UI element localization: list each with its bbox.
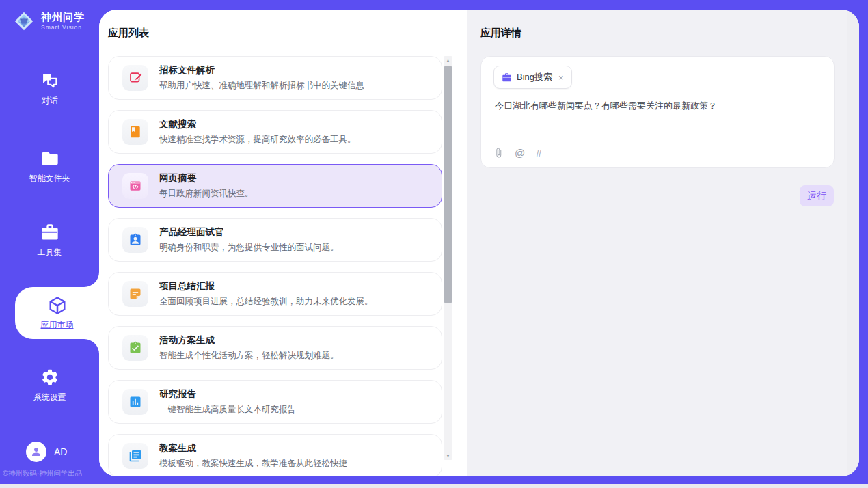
app-card-pm-interviewer[interactable]: 产品经理面试官 明确身份和职责，为您提供专业性的面试问题。 [108, 218, 442, 262]
prompt-toolbar: @ # [493, 147, 542, 159]
mention-icon[interactable]: @ [515, 147, 525, 159]
edit-square-icon [122, 65, 148, 91]
prompt-card: Bing搜索 × 今日湖北有哪些新闻要点？有哪些需要关注的最新政策？ @ # [480, 56, 835, 168]
scroll-down-icon[interactable]: ▼ [444, 453, 452, 458]
sidebar-selected-tab: 应用市场 [15, 287, 99, 339]
scrollbar-thumb[interactable] [444, 66, 452, 303]
app-detail-title: 应用详情 [480, 27, 521, 40]
sidebar-item-label: 工具集 [38, 247, 62, 258]
sidebar-item-settings[interactable]: 系统设置 [0, 368, 99, 403]
app-desc: 帮助用户快速、准确地理解和解析招标书中的关键信息 [159, 80, 364, 92]
chat-icon [40, 71, 59, 90]
sidebar-item-label: 系统设置 [33, 392, 66, 403]
user-account[interactable]: AD [26, 442, 67, 462]
user-name: AD [54, 446, 67, 457]
tool-chip-bing-search[interactable]: Bing搜索 × [493, 66, 572, 89]
paperclip-icon[interactable] [493, 147, 504, 159]
detail-scrollbar-track[interactable] [847, 10, 859, 476]
chart-report-icon [122, 389, 148, 415]
app-card-event-plan[interactable]: 活动方案生成 智能生成个性化活动方案，轻松解决规划难题。 [108, 326, 442, 370]
folder-icon [40, 149, 59, 168]
tab-curve-bottom [84, 339, 99, 354]
brand-logo: 神州问学 Smart Vision [12, 10, 85, 33]
app-name: 教案生成 [159, 442, 347, 455]
sidebar-item-label: 智能文件夹 [29, 173, 70, 185]
books-icon [122, 443, 148, 469]
app-card-project-summary[interactable]: 项目总结汇报 全面回顾项目进展，总结经验教训，助力未来优化发展。 [108, 272, 442, 316]
close-icon[interactable]: × [558, 72, 564, 83]
app-list: 招标文件解析 帮助用户快速、准确地理解和解析招标书中的关键信息 文献搜索 快速精… [108, 56, 442, 476]
sidebar: 神州问学 Smart Vision 对话 智能文件夹 工具集 [0, 0, 99, 484]
cube-icon [47, 295, 68, 316]
app-name: 招标文件解析 [159, 64, 364, 77]
brand-subtitle: Smart Vision [41, 25, 85, 31]
run-button[interactable]: 运行 [800, 185, 834, 206]
app-card-web-summary[interactable]: 网页摘要 每日政府新闻资讯快查。 [108, 164, 442, 208]
app-name: 项目总结汇报 [159, 280, 373, 293]
app-list-scrollbar[interactable]: ▲ ▼ [444, 56, 452, 460]
app-detail-panel: 应用详情 Bing搜索 × 今日湖北有哪些新闻要点？有哪些需要关注的最新政策？ … [467, 10, 859, 476]
app-list-title: 应用列表 [108, 27, 149, 40]
app-list-panel: 应用列表 招标文件解析 帮助用户快速、准确地理解和解析招标书中的关键信息 [99, 10, 467, 476]
app-name: 活动方案生成 [159, 334, 339, 347]
sidebar-item-label: 对话 [42, 95, 58, 107]
clipboard-check-icon [122, 335, 148, 361]
toolbox-icon [40, 223, 59, 242]
app-name: 文献搜索 [159, 118, 356, 131]
app-name: 产品经理面试官 [159, 226, 339, 239]
app-desc: 全面回顾项目进展，总结经验教训，助力未来优化发展。 [159, 296, 373, 308]
app-name: 研究报告 [159, 388, 296, 401]
briefcase-icon [502, 72, 512, 83]
tab-curve-top [84, 272, 99, 287]
app-card-bid-parse[interactable]: 招标文件解析 帮助用户快速、准确地理解和解析招标书中的关键信息 [108, 56, 442, 100]
avatar [26, 442, 46, 462]
app-card-research-report[interactable]: 研究报告 一键智能生成高质量长文本研究报告 [108, 380, 442, 424]
app-desc: 模板驱动，教案快速生成，教学准备从此轻松快捷 [159, 458, 347, 470]
brand-name: 神州问学 [41, 12, 85, 23]
app-desc: 智能生成个性化活动方案，轻松解决规划难题。 [159, 350, 339, 362]
book-icon [122, 119, 148, 145]
tool-chip-label: Bing搜索 [517, 71, 552, 83]
sidebar-item-label: 应用市场 [41, 319, 74, 331]
app-desc: 每日政府新闻资讯快查。 [159, 188, 254, 200]
interviewer-icon [122, 227, 148, 253]
main-content: 应用列表 招标文件解析 帮助用户快速、准确地理解和解析招标书中的关键信息 [99, 10, 859, 476]
sidebar-item-chat[interactable]: 对话 [0, 71, 99, 107]
sidebar-item-app-market[interactable]: 应用市场 [15, 287, 99, 339]
diamond-logo-icon [12, 10, 36, 33]
sidebar-item-toolset[interactable]: 工具集 [0, 223, 99, 258]
app-window: 神州问学 Smart Vision 对话 智能文件夹 工具集 [0, 0, 868, 484]
app-desc: 一键智能生成高质量长文本研究报告 [159, 404, 296, 416]
sticky-note-icon [122, 281, 148, 307]
app-card-lesson-plan[interactable]: 教案生成 模板驱动，教案快速生成，教学准备从此轻松快捷 [108, 434, 442, 476]
app-desc: 快速精准查找学术资源，提高研究效率的必备工具。 [159, 134, 356, 146]
sidebar-item-smart-folder[interactable]: 智能文件夹 [0, 149, 99, 185]
scroll-up-icon[interactable]: ▲ [444, 58, 452, 63]
copyright-footer: ©神州数码·神州问学出品 [3, 469, 98, 478]
prompt-input[interactable]: 今日湖北有哪些新闻要点？有哪些需要关注的最新政策？ [495, 99, 817, 113]
hash-icon[interactable]: # [536, 147, 541, 159]
app-name: 网页摘要 [159, 172, 254, 185]
gear-icon [40, 368, 59, 387]
browser-code-icon [122, 173, 148, 199]
app-desc: 明确身份和职责，为您提供专业性的面试问题。 [159, 242, 339, 254]
app-card-literature-search[interactable]: 文献搜索 快速精准查找学术资源，提高研究效率的必备工具。 [108, 110, 442, 154]
